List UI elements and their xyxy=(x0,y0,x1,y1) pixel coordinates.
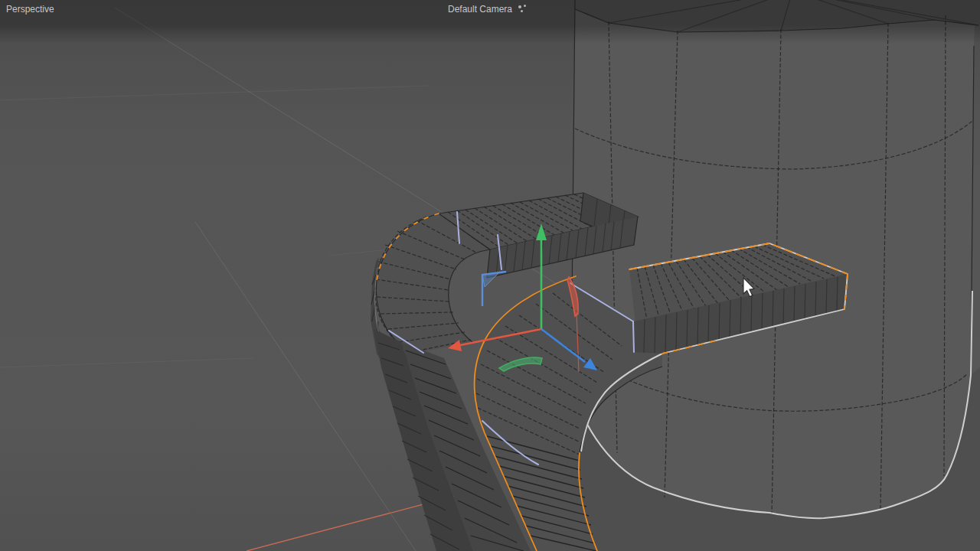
camera-label[interactable]: Default Camera xyxy=(448,2,512,17)
viewport[interactable]: Perspective Default Camera xyxy=(0,0,980,551)
viewport-header: Perspective Default Camera xyxy=(0,0,980,20)
camera-menu-icon[interactable] xyxy=(518,5,527,14)
view-mode-label[interactable]: Perspective xyxy=(6,2,54,17)
3d-scene[interactable] xyxy=(0,0,980,551)
